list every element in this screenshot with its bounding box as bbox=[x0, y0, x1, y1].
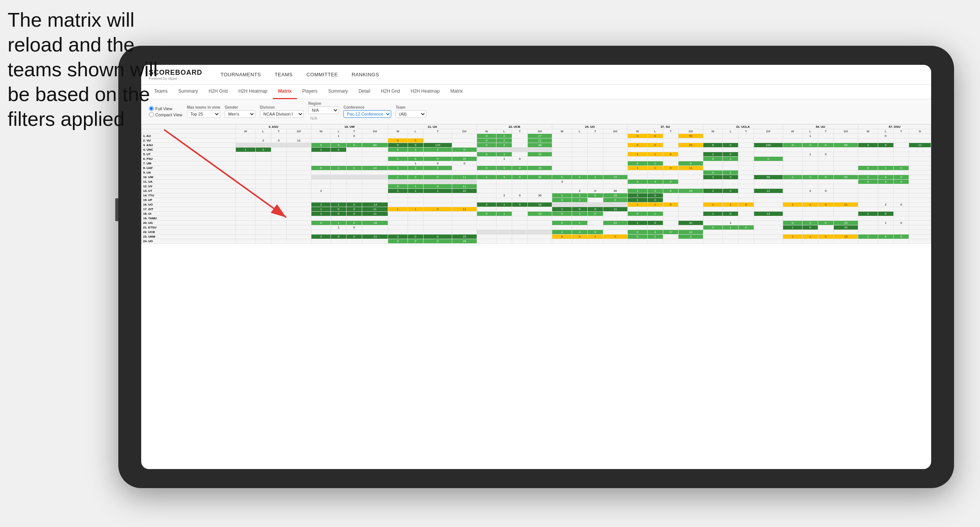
cell-5-4-0 bbox=[552, 157, 572, 161]
cell-19-5-1: 0 bbox=[647, 221, 663, 225]
cell-19-6-0 bbox=[703, 221, 723, 225]
cell-12-2-3: 22 bbox=[452, 189, 477, 193]
cell-16-5-0 bbox=[628, 207, 648, 212]
cell-14-7-1 bbox=[803, 198, 818, 202]
cell-7-6-1 bbox=[723, 166, 738, 170]
cell-17-8-1: 0 bbox=[878, 212, 893, 216]
cell-16-7-2 bbox=[818, 207, 833, 212]
cell-19-0-0 bbox=[236, 221, 256, 225]
subnav-summary2[interactable]: Summary bbox=[323, 85, 353, 99]
cell-15-1-3: -14 bbox=[362, 202, 388, 207]
cell-14-6-2 bbox=[738, 198, 754, 202]
cell-6-3-0 bbox=[477, 161, 496, 166]
subnav-players[interactable]: Players bbox=[297, 85, 323, 99]
cell-6-4-2 bbox=[587, 161, 603, 166]
cell-15-6-1: 1 bbox=[723, 202, 738, 207]
cell-11-1-2 bbox=[347, 184, 362, 189]
cell-17-7-0 bbox=[783, 212, 803, 216]
cell-13-0-3 bbox=[287, 193, 311, 198]
cell-21-5-0: 0 bbox=[628, 230, 648, 235]
team-select[interactable]: (All) bbox=[396, 110, 426, 118]
cell-0-6-1 bbox=[723, 134, 738, 138]
cell-19-2-3 bbox=[452, 221, 477, 225]
max-teams-select[interactable]: Top 25 Top 50 All bbox=[187, 110, 220, 118]
cell-9-5-1 bbox=[647, 175, 663, 180]
cell-17-0-1 bbox=[255, 212, 271, 216]
cell-9-0-3 bbox=[287, 175, 311, 180]
nav-committee[interactable]: COMMITTEE bbox=[300, 65, 345, 85]
subnav-matrix[interactable]: Matrix bbox=[273, 85, 297, 99]
cell-16-3-1 bbox=[496, 207, 512, 212]
conference-select[interactable]: Pac-12 Conference (All) ACC Big Ten SEC bbox=[343, 110, 391, 118]
cell-14-8-1 bbox=[878, 198, 893, 202]
cell-3-6-0 bbox=[703, 148, 723, 152]
cell-14-7-2 bbox=[818, 198, 833, 202]
cell-16-0-2 bbox=[271, 207, 287, 212]
cell-14-8-3 bbox=[909, 198, 931, 202]
cell-2-5-0: 0 bbox=[628, 143, 648, 148]
nav-teams[interactable]: TEAMS bbox=[268, 65, 300, 85]
cell-14-1-0 bbox=[311, 198, 331, 202]
cell-16-3-2 bbox=[512, 207, 528, 212]
nav-tournaments[interactable]: TOURNAMENTS bbox=[214, 65, 268, 85]
cell-20-7-2 bbox=[818, 225, 833, 230]
cell-5-2-2: 0 bbox=[423, 157, 452, 161]
ua-t: T bbox=[423, 129, 452, 134]
subnav-h2h-grid2[interactable]: H2H Grid bbox=[376, 85, 405, 99]
matrix-scroll-area[interactable]: 3. ASU 10. UW 11. UA 22. UCB 24. UO 27. … bbox=[141, 124, 931, 469]
cell-4-2-0 bbox=[388, 152, 408, 157]
cell-13-8-2 bbox=[893, 193, 909, 198]
cell-4-4-1 bbox=[572, 152, 588, 157]
cell-14-1-3 bbox=[362, 198, 388, 202]
cell-17-7-1 bbox=[803, 212, 818, 216]
cell-6-2-0 bbox=[388, 161, 408, 166]
subnav-h2h-grid[interactable]: H2H Grid bbox=[203, 85, 233, 99]
subnav-matrix2[interactable]: Matrix bbox=[445, 85, 468, 99]
cell-13-0-1 bbox=[255, 193, 271, 198]
col-header-ucb: 22. UCB bbox=[477, 125, 552, 129]
cell-0-2-3 bbox=[452, 134, 477, 138]
cell-13-8-3 bbox=[909, 193, 931, 198]
subnav-detail[interactable]: Detail bbox=[353, 85, 376, 99]
cell-11-2-2: 0 bbox=[423, 184, 452, 189]
cell-12-2-0: 2 bbox=[388, 189, 408, 193]
tablet-side-button[interactable] bbox=[115, 198, 118, 221]
cell-7-5-2: 0 bbox=[663, 166, 679, 170]
uw-dif: Dif bbox=[362, 129, 388, 134]
cell-15-6-2: 0 bbox=[738, 202, 754, 207]
division-select[interactable]: NCAA Division I NCAA Division II NCAA Di… bbox=[260, 110, 304, 118]
cell-10-4-3 bbox=[603, 180, 628, 184]
cell-8-7-0 bbox=[783, 170, 803, 175]
cell-12-6-0: 2 bbox=[703, 189, 723, 193]
subnav-h2h-heatmap[interactable]: H2H Heatmap bbox=[233, 85, 273, 99]
cell-16-4-1: 0 bbox=[572, 207, 588, 212]
cell-19-7-0: 0 bbox=[783, 221, 803, 225]
cell-4-4-2 bbox=[587, 152, 603, 157]
cell-12-8-1 bbox=[878, 189, 893, 193]
cell-15-2-2 bbox=[423, 202, 452, 207]
cell-22-0-0 bbox=[236, 235, 256, 239]
cell-15-7-0: 1 bbox=[783, 202, 803, 207]
cell-19-2-2 bbox=[423, 221, 452, 225]
cell-4-3-0: 0 bbox=[477, 152, 496, 157]
cell-5-0-0 bbox=[236, 157, 256, 161]
cell-8-5-3 bbox=[679, 170, 703, 175]
cell-21-3-3 bbox=[527, 230, 552, 235]
region-select[interactable]: N/A East West South Midwest bbox=[308, 106, 339, 114]
cell-22-8-3 bbox=[909, 235, 931, 239]
gender-select[interactable]: Men's Women's bbox=[225, 110, 255, 118]
subnav-summary[interactable]: Summary bbox=[173, 85, 203, 99]
cell-20-6-0: 0 bbox=[703, 225, 723, 230]
subnav-h2h-heatmap2[interactable]: H2H Heatmap bbox=[405, 85, 445, 99]
tablet-screen: SCOREBOARD Powered by clippd TOURNAMENTS… bbox=[141, 65, 931, 469]
row-header-3: 4. UNC bbox=[142, 148, 236, 152]
cell-4-3-1: 1 bbox=[496, 152, 512, 157]
cell-21-5-3: 12 bbox=[679, 230, 703, 235]
cell-2-7-2: 0 bbox=[818, 143, 833, 148]
cell-0-1-2: 0 bbox=[347, 134, 362, 138]
cell-12-7-1: 2 bbox=[803, 189, 818, 193]
cell-15-0-0 bbox=[236, 202, 256, 207]
nav-rankings[interactable]: RANKINGS bbox=[345, 65, 386, 85]
cell-4-5-1: 1 bbox=[647, 152, 663, 157]
cell-7-0-0 bbox=[236, 166, 256, 170]
